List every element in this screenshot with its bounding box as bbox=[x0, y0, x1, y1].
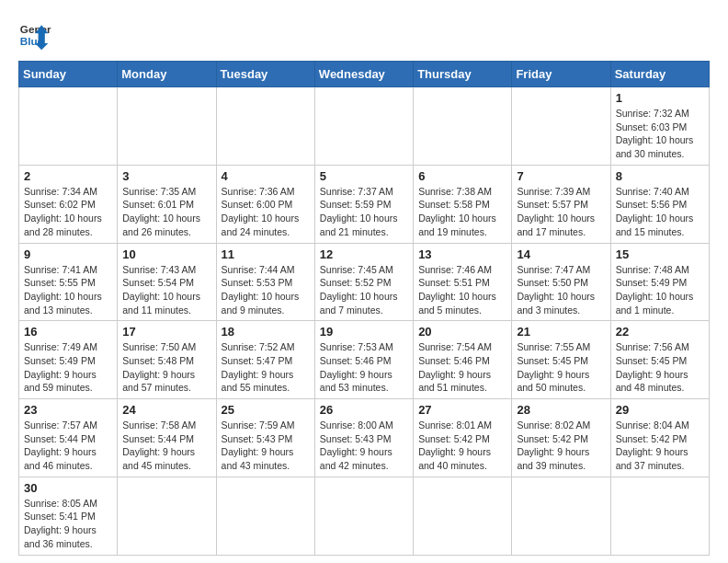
day-info: Sunrise: 7:35 AM Sunset: 6:01 PM Dayligh… bbox=[122, 185, 210, 239]
calendar-cell: 8Sunrise: 7:40 AM Sunset: 5:56 PM Daylig… bbox=[610, 165, 709, 243]
calendar-cell: 18Sunrise: 7:52 AM Sunset: 5:47 PM Dayli… bbox=[216, 321, 314, 399]
day-info: Sunrise: 7:55 AM Sunset: 5:45 PM Dayligh… bbox=[517, 340, 605, 395]
day-number: 30 bbox=[24, 481, 112, 495]
day-number: 10 bbox=[122, 247, 210, 261]
calendar-table: SundayMondayTuesdayWednesdayThursdayFrid… bbox=[18, 61, 710, 556]
day-number: 28 bbox=[517, 403, 605, 417]
weekday-header-sunday: Sunday bbox=[19, 62, 118, 87]
calendar-cell: 27Sunrise: 8:01 AM Sunset: 5:42 PM Dayli… bbox=[414, 399, 512, 477]
day-number: 7 bbox=[517, 169, 605, 183]
day-number: 25 bbox=[222, 403, 310, 417]
calendar-cell: 10Sunrise: 7:43 AM Sunset: 5:54 PM Dayli… bbox=[118, 243, 216, 321]
calendar-cell bbox=[512, 87, 610, 166]
calendar-cell: 1Sunrise: 7:32 AM Sunset: 6:03 PM Daylig… bbox=[610, 87, 709, 166]
day-info: Sunrise: 7:36 AM Sunset: 6:00 PM Dayligh… bbox=[222, 185, 310, 239]
calendar-cell: 19Sunrise: 7:53 AM Sunset: 5:46 PM Dayli… bbox=[314, 321, 413, 399]
day-number: 17 bbox=[122, 325, 210, 339]
calendar-cell bbox=[610, 477, 709, 555]
day-info: Sunrise: 7:41 AM Sunset: 5:55 PM Dayligh… bbox=[24, 263, 112, 317]
logo: General Blue bbox=[18, 18, 51, 52]
calendar-cell bbox=[19, 87, 118, 166]
calendar-cell: 15Sunrise: 7:48 AM Sunset: 5:49 PM Dayli… bbox=[610, 243, 709, 321]
day-number: 18 bbox=[222, 325, 310, 339]
weekday-header-wednesday: Wednesday bbox=[314, 62, 413, 87]
calendar-cell: 9Sunrise: 7:41 AM Sunset: 5:55 PM Daylig… bbox=[19, 243, 118, 321]
calendar-cell: 26Sunrise: 8:00 AM Sunset: 5:43 PM Dayli… bbox=[314, 399, 413, 477]
day-info: Sunrise: 8:04 AM Sunset: 5:42 PM Dayligh… bbox=[616, 419, 704, 473]
day-info: Sunrise: 7:58 AM Sunset: 5:44 PM Dayligh… bbox=[122, 419, 210, 473]
calendar-cell: 7Sunrise: 7:39 AM Sunset: 5:57 PM Daylig… bbox=[512, 165, 610, 243]
calendar-cell: 12Sunrise: 7:45 AM Sunset: 5:52 PM Dayli… bbox=[314, 243, 413, 321]
page-header: General Blue bbox=[18, 18, 710, 52]
day-number: 21 bbox=[517, 325, 605, 339]
weekday-header-saturday: Saturday bbox=[610, 62, 709, 87]
day-number: 15 bbox=[616, 247, 704, 261]
calendar-cell: 25Sunrise: 7:59 AM Sunset: 5:43 PM Dayli… bbox=[216, 399, 314, 477]
day-number: 20 bbox=[418, 325, 506, 339]
calendar-cell: 2Sunrise: 7:34 AM Sunset: 6:02 PM Daylig… bbox=[19, 165, 118, 243]
calendar-cell: 29Sunrise: 8:04 AM Sunset: 5:42 PM Dayli… bbox=[610, 399, 709, 477]
day-number: 26 bbox=[320, 403, 408, 417]
day-number: 16 bbox=[24, 325, 112, 339]
calendar-header: SundayMondayTuesdayWednesdayThursdayFrid… bbox=[19, 62, 710, 87]
day-info: Sunrise: 7:43 AM Sunset: 5:54 PM Dayligh… bbox=[122, 263, 210, 317]
day-number: 12 bbox=[320, 247, 408, 261]
calendar-cell bbox=[216, 87, 314, 166]
weekday-header-thursday: Thursday bbox=[414, 62, 512, 87]
day-number: 22 bbox=[616, 325, 704, 339]
calendar-cell bbox=[512, 477, 610, 555]
day-number: 4 bbox=[222, 169, 310, 183]
day-info: Sunrise: 7:37 AM Sunset: 5:59 PM Dayligh… bbox=[320, 185, 408, 239]
day-number: 6 bbox=[418, 169, 506, 183]
day-info: Sunrise: 7:39 AM Sunset: 5:57 PM Dayligh… bbox=[517, 185, 605, 239]
day-number: 8 bbox=[616, 169, 704, 183]
day-number: 23 bbox=[24, 403, 112, 417]
day-info: Sunrise: 7:38 AM Sunset: 5:58 PM Dayligh… bbox=[418, 185, 506, 239]
logo-icon: General Blue bbox=[18, 18, 51, 52]
day-info: Sunrise: 7:56 AM Sunset: 5:45 PM Dayligh… bbox=[616, 340, 704, 395]
day-number: 19 bbox=[320, 325, 408, 339]
day-number: 3 bbox=[122, 169, 210, 183]
calendar-cell: 5Sunrise: 7:37 AM Sunset: 5:59 PM Daylig… bbox=[314, 165, 413, 243]
calendar-cell bbox=[414, 477, 512, 555]
calendar-cell: 14Sunrise: 7:47 AM Sunset: 5:50 PM Dayli… bbox=[512, 243, 610, 321]
calendar-cell: 23Sunrise: 7:57 AM Sunset: 5:44 PM Dayli… bbox=[19, 399, 118, 477]
day-info: Sunrise: 8:05 AM Sunset: 5:41 PM Dayligh… bbox=[24, 497, 112, 551]
svg-text:General: General bbox=[20, 23, 51, 35]
weekday-header-monday: Monday bbox=[118, 62, 216, 87]
calendar-cell: 24Sunrise: 7:58 AM Sunset: 5:44 PM Dayli… bbox=[118, 399, 216, 477]
calendar-cell: 6Sunrise: 7:38 AM Sunset: 5:58 PM Daylig… bbox=[414, 165, 512, 243]
day-info: Sunrise: 7:34 AM Sunset: 6:02 PM Dayligh… bbox=[24, 185, 112, 239]
day-number: 1 bbox=[616, 91, 704, 105]
day-info: Sunrise: 7:59 AM Sunset: 5:43 PM Dayligh… bbox=[222, 419, 310, 473]
calendar-cell bbox=[216, 477, 314, 555]
calendar-cell: 22Sunrise: 7:56 AM Sunset: 5:45 PM Dayli… bbox=[610, 321, 709, 399]
calendar-cell bbox=[314, 477, 413, 555]
calendar-body: 1Sunrise: 7:32 AM Sunset: 6:03 PM Daylig… bbox=[19, 87, 710, 556]
day-info: Sunrise: 7:44 AM Sunset: 5:53 PM Dayligh… bbox=[222, 263, 310, 317]
calendar-cell: 11Sunrise: 7:44 AM Sunset: 5:53 PM Dayli… bbox=[216, 243, 314, 321]
day-info: Sunrise: 8:02 AM Sunset: 5:42 PM Dayligh… bbox=[517, 419, 605, 473]
calendar-cell: 4Sunrise: 7:36 AM Sunset: 6:00 PM Daylig… bbox=[216, 165, 314, 243]
calendar-cell: 13Sunrise: 7:46 AM Sunset: 5:51 PM Dayli… bbox=[414, 243, 512, 321]
day-info: Sunrise: 7:54 AM Sunset: 5:46 PM Dayligh… bbox=[418, 340, 506, 395]
weekday-header-tuesday: Tuesday bbox=[216, 62, 314, 87]
day-number: 24 bbox=[122, 403, 210, 417]
calendar-cell bbox=[118, 477, 216, 555]
calendar-cell bbox=[314, 87, 413, 166]
day-number: 11 bbox=[222, 247, 310, 261]
day-info: Sunrise: 7:47 AM Sunset: 5:50 PM Dayligh… bbox=[517, 263, 605, 317]
calendar-cell bbox=[414, 87, 512, 166]
day-info: Sunrise: 7:50 AM Sunset: 5:48 PM Dayligh… bbox=[122, 340, 210, 395]
day-number: 9 bbox=[24, 247, 112, 261]
day-number: 29 bbox=[616, 403, 704, 417]
day-number: 14 bbox=[517, 247, 605, 261]
day-info: Sunrise: 7:32 AM Sunset: 6:03 PM Dayligh… bbox=[616, 107, 704, 161]
day-info: Sunrise: 7:48 AM Sunset: 5:49 PM Dayligh… bbox=[616, 263, 704, 317]
calendar-cell: 30Sunrise: 8:05 AM Sunset: 5:41 PM Dayli… bbox=[19, 477, 118, 555]
day-info: Sunrise: 7:53 AM Sunset: 5:46 PM Dayligh… bbox=[320, 340, 408, 395]
weekday-header-friday: Friday bbox=[512, 62, 610, 87]
calendar-cell: 21Sunrise: 7:55 AM Sunset: 5:45 PM Dayli… bbox=[512, 321, 610, 399]
calendar-cell: 17Sunrise: 7:50 AM Sunset: 5:48 PM Dayli… bbox=[118, 321, 216, 399]
day-number: 2 bbox=[24, 169, 112, 183]
